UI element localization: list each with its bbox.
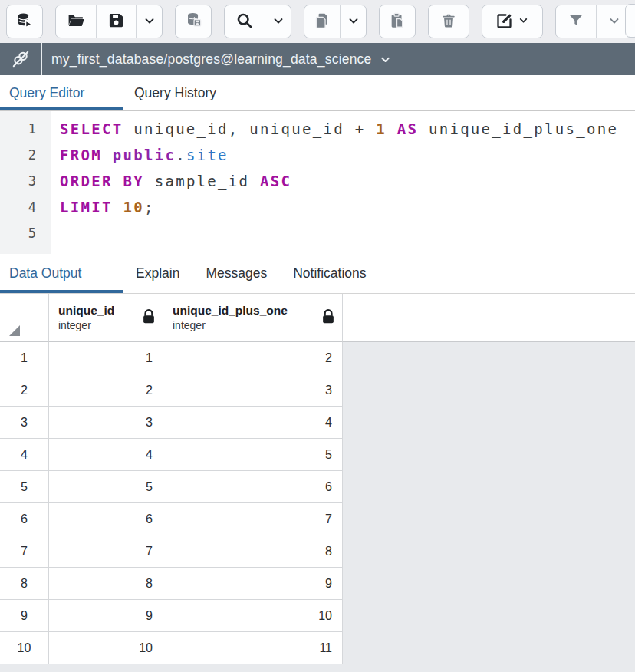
row-number-cell[interactable]: 4 xyxy=(0,439,49,471)
row-number-cell[interactable]: 8 xyxy=(0,568,49,600)
data-cell[interactable]: 4 xyxy=(163,407,343,439)
data-cell[interactable]: 1 xyxy=(49,342,163,374)
lock-icon xyxy=(322,309,334,327)
sql-code[interactable]: SELECT unique_id, unique_id + 1 AS uniqu… xyxy=(51,111,635,254)
table-row: 9910 xyxy=(0,600,635,632)
line-number: 2 xyxy=(0,142,36,168)
tab-notifications[interactable]: Notifications xyxy=(280,254,379,293)
row-number-cell[interactable]: 2 xyxy=(0,374,49,407)
code-line xyxy=(60,220,635,246)
copy-button[interactable] xyxy=(304,5,340,38)
filter-button[interactable] xyxy=(556,5,596,38)
data-cell[interactable]: 10 xyxy=(49,632,163,664)
find-button[interactable] xyxy=(225,5,265,38)
query-tool-button[interactable] xyxy=(7,5,42,38)
edit-pencil-icon xyxy=(495,12,514,32)
data-cell[interactable]: 9 xyxy=(49,600,163,632)
toolbar-overflow-button[interactable] xyxy=(625,4,635,38)
table-row: 445 xyxy=(0,439,635,471)
copy-icon xyxy=(314,12,331,31)
line-number: 1 xyxy=(0,116,36,142)
column-name: unique_id_plus_one xyxy=(173,303,288,318)
row-number-cell[interactable]: 5 xyxy=(0,471,49,503)
select-all-triangle-icon xyxy=(9,325,21,337)
table-row: 334 xyxy=(0,407,635,439)
chevron-down-icon xyxy=(271,14,285,30)
connection-dropdown[interactable] xyxy=(379,53,392,66)
output-tab-bar: Data Output Explain Messages Notificatio… xyxy=(0,254,635,294)
chevron-down-icon xyxy=(143,14,156,30)
data-cell[interactable]: 5 xyxy=(49,471,163,503)
column-header-unique-id-plus-one[interactable]: unique_id_plus_one integer xyxy=(163,294,343,342)
chevron-down-icon xyxy=(518,15,529,28)
column-name: unique_id xyxy=(58,303,114,318)
tab-query-history[interactable]: Query History xyxy=(123,75,228,110)
grid-header-filler xyxy=(343,294,635,342)
code-line: SELECT unique_id, unique_id + 1 AS uniqu… xyxy=(60,116,635,142)
grid-rows: 1122233344455566677788899910101011 xyxy=(0,342,635,664)
paste-button[interactable] xyxy=(380,5,415,38)
table-row: 556 xyxy=(0,471,635,503)
data-cell[interactable]: 2 xyxy=(163,342,343,374)
open-file-button[interactable] xyxy=(56,5,96,38)
data-cell[interactable]: 6 xyxy=(49,503,163,535)
row-number-cell[interactable]: 3 xyxy=(0,407,49,439)
data-cell[interactable]: 7 xyxy=(163,503,343,535)
find-options-button[interactable] xyxy=(265,5,291,38)
table-row: 223 xyxy=(0,374,635,407)
data-cell[interactable]: 2 xyxy=(49,374,163,407)
column-type: integer xyxy=(173,318,288,333)
filter-icon xyxy=(568,12,584,31)
column-header-unique-id[interactable]: unique_id integer xyxy=(49,294,163,342)
delete-button[interactable] xyxy=(429,5,469,38)
row-number-cell[interactable]: 9 xyxy=(0,600,49,632)
table-row: 889 xyxy=(0,568,635,600)
grid-header-row: unique_id integer unique_id_plus_one int… xyxy=(0,294,635,342)
search-icon xyxy=(235,12,254,32)
table-row: 667 xyxy=(0,503,635,535)
save-options-button[interactable] xyxy=(136,5,162,38)
row-number-cell[interactable]: 1 xyxy=(0,342,49,374)
data-cell[interactable]: 11 xyxy=(163,632,343,664)
line-number: 5 xyxy=(0,220,36,246)
tab-query-editor[interactable]: Query Editor xyxy=(0,75,123,110)
data-cell[interactable]: 3 xyxy=(163,374,343,407)
database-arrow-icon xyxy=(15,12,34,32)
data-cell[interactable]: 3 xyxy=(49,407,163,439)
connection-bar: my_first_database/postgres@learning_data… xyxy=(0,43,635,75)
row-number-cell[interactable]: 10 xyxy=(0,632,49,664)
tab-messages[interactable]: Messages xyxy=(192,254,280,293)
copy-options-button[interactable] xyxy=(340,5,366,38)
table-row: 101011 xyxy=(0,632,635,664)
data-cell[interactable]: 4 xyxy=(49,439,163,471)
connection-name: my_first_database/postgres@learning_data… xyxy=(51,51,371,68)
data-cell[interactable]: 6 xyxy=(163,471,343,503)
save-icon xyxy=(107,12,125,31)
data-cell[interactable]: 8 xyxy=(163,535,343,568)
chevron-down-icon xyxy=(607,14,621,30)
tab-data-output[interactable]: Data Output xyxy=(0,254,123,293)
paste-icon xyxy=(389,12,406,31)
edit-button[interactable] xyxy=(482,5,542,38)
data-cell[interactable]: 9 xyxy=(163,568,343,600)
line-number: 4 xyxy=(0,194,36,220)
data-cell[interactable]: 7 xyxy=(49,535,163,568)
save-data-changes-button[interactable] xyxy=(176,5,211,38)
data-cell[interactable]: 8 xyxy=(49,568,163,600)
folder-open-icon xyxy=(67,11,86,32)
select-all-corner[interactable] xyxy=(0,294,49,342)
data-cell[interactable]: 10 xyxy=(163,600,343,632)
code-line: LIMIT 10; xyxy=(60,194,635,220)
data-cell[interactable]: 5 xyxy=(163,439,343,471)
row-number-cell[interactable]: 6 xyxy=(0,503,49,535)
save-file-button[interactable] xyxy=(96,5,136,38)
query-toolbar xyxy=(0,0,635,43)
sql-editor[interactable]: 12345 SELECT unique_id, unique_id + 1 AS… xyxy=(0,111,635,254)
column-type: integer xyxy=(58,318,114,333)
database-save-icon xyxy=(185,12,202,31)
line-number: 3 xyxy=(0,168,36,194)
table-row: 112 xyxy=(0,342,635,374)
row-number-cell[interactable]: 7 xyxy=(0,535,49,568)
table-row: 778 xyxy=(0,535,635,568)
tab-explain[interactable]: Explain xyxy=(123,254,192,293)
